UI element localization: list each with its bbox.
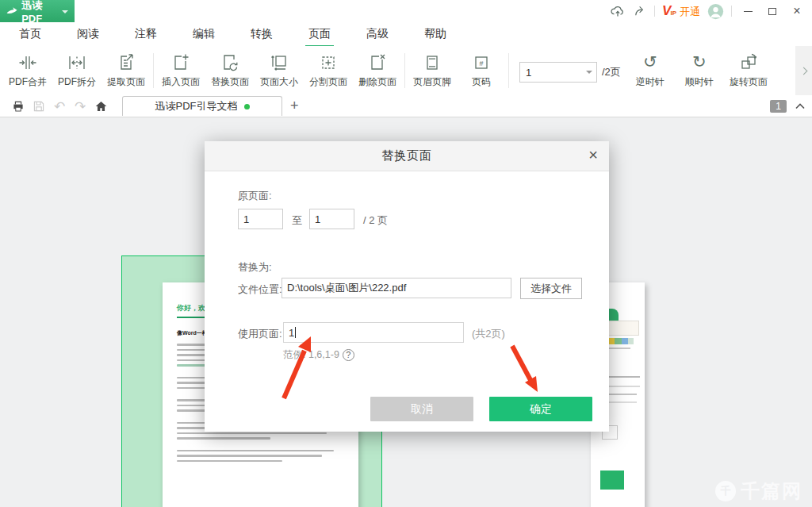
- menubar: 首页 阅读 注释 编辑 转换 页面 高级 帮助: [0, 22, 812, 46]
- menu-home[interactable]: 首页: [11, 22, 49, 46]
- extract-page-icon: [116, 52, 136, 73]
- header-footer-icon: [422, 52, 442, 73]
- print-icon: [11, 100, 25, 113]
- replace-page-icon: [220, 52, 240, 73]
- choose-file-button[interactable]: 选择文件: [520, 278, 582, 299]
- rotate-cw-button[interactable]: ↻ 顺时针: [675, 52, 724, 89]
- page-indicator-badge[interactable]: 1: [770, 100, 787, 113]
- use-pages-input[interactable]: 1: [283, 322, 464, 343]
- document-tab[interactable]: 迅读PDF引导文档: [122, 96, 282, 116]
- menu-advanced[interactable]: 高级: [358, 22, 396, 46]
- rotate-cw-icon: ↻: [692, 52, 707, 73]
- document-canvas: 你好，欢迎 像Word一样: [0, 117, 812, 507]
- watermark-text: 千篇网: [741, 478, 802, 504]
- menu-help[interactable]: 帮助: [416, 22, 454, 46]
- cancel-button[interactable]: 取消: [370, 397, 473, 421]
- user-avatar[interactable]: [707, 3, 724, 20]
- rotate-page-icon: [738, 52, 759, 73]
- example-label: 范例: 1,6,1-9?: [283, 348, 354, 362]
- pdf-merge-button[interactable]: PDF合并: [3, 52, 52, 89]
- share-icon[interactable]: [633, 4, 647, 18]
- chevron-down-icon[interactable]: [586, 71, 592, 74]
- titlebar-actions: V IP 开通 ×: [610, 0, 806, 22]
- dialog-body: 原页面: 至 / 2 页 替换为: 文件位置: 选择文件 使用页面: 1 (共2…: [205, 171, 609, 432]
- menu-convert[interactable]: 转换: [243, 22, 281, 46]
- chevron-down-icon: [62, 10, 68, 13]
- svg-text:#: #: [479, 60, 483, 67]
- insert-page-icon: [170, 52, 191, 73]
- menu-edit[interactable]: 编辑: [185, 22, 223, 46]
- insert-page-button[interactable]: 插入页面: [156, 52, 205, 89]
- split-page-icon: [318, 52, 339, 73]
- chevron-right-icon: [800, 67, 808, 75]
- use-pages-label: 使用页面:: [238, 327, 282, 341]
- confirm-button[interactable]: 确定: [489, 397, 592, 421]
- file-location-label: 文件位置:: [238, 282, 282, 297]
- page-total-label: /2页: [602, 65, 621, 79]
- divider: [153, 53, 154, 88]
- rotate-ccw-button[interactable]: ↺ 逆时针: [626, 52, 675, 89]
- watermark: 千 千篇网: [715, 478, 802, 504]
- page1-text-lines: [177, 450, 347, 463]
- pdf-split-icon: [67, 52, 87, 73]
- extract-page-button[interactable]: 提取页面: [102, 52, 151, 89]
- page2-green-box: [600, 471, 624, 490]
- toolbar-overflow-button[interactable]: [795, 46, 812, 95]
- menu-annotate[interactable]: 注释: [127, 22, 165, 46]
- page-number-button[interactable]: # 页码: [457, 52, 506, 89]
- undo-button[interactable]: ↶: [49, 97, 70, 116]
- divider: [404, 53, 405, 88]
- titlebar: 迅读PDF V IP 开通: [0, 0, 812, 22]
- redo-icon: ↷: [75, 98, 86, 114]
- divider: [654, 6, 655, 17]
- close-button[interactable]: ×: [788, 2, 806, 20]
- delete-page-button[interactable]: 删除页面: [353, 52, 402, 89]
- dialog-close-button[interactable]: ×: [588, 147, 598, 163]
- save-icon: [33, 100, 45, 113]
- dialog-title: 替换页面: [381, 148, 432, 163]
- split-page-button[interactable]: 分割页面: [304, 52, 353, 89]
- home-icon: [94, 100, 108, 113]
- range-from-input[interactable]: [238, 209, 283, 229]
- document-tab-title: 迅读PDF引导文档: [155, 99, 238, 113]
- collapse-chevron-up-icon[interactable]: [795, 102, 806, 109]
- pdf-split-button[interactable]: PDF拆分: [52, 52, 102, 89]
- file-path-input[interactable]: [282, 278, 511, 298]
- page2-icon-row: [607, 338, 634, 344]
- app-title: 迅读PDF: [21, 0, 58, 25]
- replace-page-button[interactable]: 替换页面: [205, 52, 255, 89]
- header-footer-button[interactable]: 页眉页脚: [408, 52, 457, 89]
- page2-text-lines: [607, 348, 630, 349]
- home-button[interactable]: [90, 97, 111, 116]
- maximize-button[interactable]: [764, 2, 781, 20]
- cloud-upload-icon[interactable]: [610, 4, 626, 18]
- toolbar: PDF合并 PDF拆分 提取页面 插入页面: [0, 46, 812, 95]
- minimize-button[interactable]: [739, 2, 756, 20]
- swallow-logo-icon: [6, 6, 17, 17]
- help-icon[interactable]: ?: [343, 349, 354, 361]
- page2-icon-grid: [605, 394, 637, 403]
- undo-icon: ↶: [54, 98, 65, 114]
- maximize-icon: [768, 8, 776, 15]
- print-button[interactable]: [8, 97, 29, 116]
- range-to-input[interactable]: [309, 209, 354, 229]
- menu-read[interactable]: 阅读: [69, 22, 107, 46]
- delete-page-icon: [367, 52, 388, 73]
- page-size-button[interactable]: 页面大小: [255, 52, 304, 89]
- menu-page[interactable]: 页面: [301, 22, 339, 46]
- text-caret: [295, 327, 296, 338]
- save-button[interactable]: [29, 97, 49, 116]
- vip-upgrade-button[interactable]: V IP 开通: [662, 4, 700, 19]
- replace-page-dialog: 替换页面 × 原页面: 至 / 2 页 替换为: 文件位置: 选择文件 使用页面…: [205, 141, 609, 432]
- divider: [508, 53, 509, 88]
- rotate-page-button[interactable]: 旋转页面: [724, 52, 773, 89]
- range-separator-label: 至: [292, 213, 302, 228]
- unsaved-dot-icon: [244, 104, 250, 109]
- tabbar: ↶ ↷ 迅读PDF引导文档 + 1: [0, 95, 812, 117]
- new-tab-button[interactable]: +: [290, 98, 299, 114]
- rotate-ccw-icon: ↺: [643, 52, 657, 73]
- source-pages-label: 原页面:: [238, 189, 272, 203]
- redo-button[interactable]: ↷: [70, 97, 90, 116]
- dialog-header: 替换页面 ×: [205, 141, 609, 171]
- app-logo-menu[interactable]: 迅读PDF: [0, 0, 75, 22]
